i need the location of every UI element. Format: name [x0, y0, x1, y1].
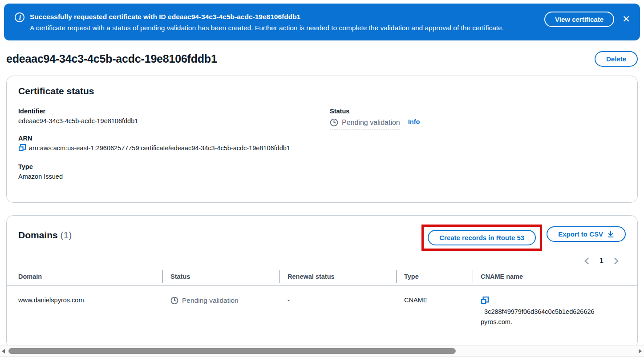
table-header-row: Domain Status Renewal status Type CNAME …: [7, 269, 638, 286]
status-label: Status: [330, 106, 626, 116]
cell-status: Pending validation: [162, 286, 279, 336]
copy-icon[interactable]: [18, 144, 26, 154]
domains-header: Domains (1) Create records in Route 53 E…: [7, 216, 637, 251]
identifier-value: edeaac94-34c3-4c5b-acdc-19e8106fddb1: [18, 116, 330, 126]
identifier-label: Identifier: [18, 106, 330, 116]
status-info-link[interactable]: Info: [408, 118, 420, 125]
cname-value-line1: _3c288f49979f06d364c0c5b1ed626626: [481, 307, 638, 317]
type-field: Type Amazon Issued: [18, 162, 330, 181]
column-header-domain[interactable]: Domain: [7, 269, 162, 286]
domains-actions: Create records in Route 53 Export to CSV: [421, 226, 626, 251]
horizontal-scrollbar[interactable]: [0, 345, 644, 357]
domains-table-scroll-area: Domain Status Renewal status Type CNAME …: [7, 269, 638, 335]
certificate-status-card: Certificate status Identifier edeaac94-3…: [6, 76, 638, 203]
domains-count: (1): [61, 230, 72, 240]
page-header: edeaac94-34c3-4c5b-acdc-19e8106fddb1 Del…: [0, 40, 644, 76]
pagination: 1: [7, 251, 637, 266]
clock-icon: [330, 118, 338, 127]
annotation-red-box: Create records in Route 53: [421, 225, 542, 251]
status-field: Status Pending validation Info: [330, 106, 626, 129]
cell-cname-name: _3c288f49979f06d364c0c5b1ed626626 pyros.…: [473, 286, 638, 336]
arn-field: ARN arn:aws:acm:us-east-1:296062577759:c…: [18, 133, 330, 154]
cell-renewal-status: -: [279, 286, 396, 336]
download-icon: [607, 231, 614, 238]
cell-type: CNAME: [396, 286, 473, 336]
view-certificate-button[interactable]: View certificate: [544, 12, 614, 27]
cname-value-line2: pyros.com.: [481, 317, 638, 327]
next-page-icon[interactable]: [613, 257, 620, 265]
column-header-status[interactable]: Status: [162, 269, 279, 286]
status-pending-value: Pending validation: [330, 118, 400, 129]
flashbar-description: A certificate request with a status of p…: [30, 22, 522, 33]
column-header-cname-name[interactable]: CNAME name: [473, 269, 638, 286]
success-flashbar: i Successfully requested certificate wit…: [4, 4, 640, 40]
type-value: Amazon Issued: [18, 172, 330, 181]
delete-button[interactable]: Delete: [595, 51, 638, 67]
flashbar-text: Successfully requested certificate with …: [30, 10, 537, 33]
domains-table: Domain Status Renewal status Type CNAME …: [7, 269, 638, 335]
previous-page-icon[interactable]: [583, 257, 590, 265]
certificate-status-heading: Certificate status: [18, 86, 626, 96]
domains-card: Domains (1) Create records in Route 53 E…: [6, 215, 638, 349]
column-header-type[interactable]: Type: [396, 269, 473, 286]
current-page-number[interactable]: 1: [599, 257, 603, 265]
export-csv-label: Export to CSV: [558, 230, 603, 238]
type-label: Type: [18, 162, 330, 172]
page-title: edeaac94-34c3-4c5b-acdc-19e8106fddb1: [6, 52, 217, 65]
copy-icon[interactable]: [481, 297, 638, 306]
status-pending-text: Pending validation: [342, 119, 400, 127]
certificate-status-grid: Identifier edeaac94-34c3-4c5b-acdc-19e81…: [18, 106, 626, 189]
clock-icon: [170, 297, 178, 305]
cell-domain: www.danielspyros.com: [7, 286, 162, 336]
certificate-status-left-column: Identifier edeaac94-34c3-4c5b-acdc-19e81…: [18, 106, 330, 189]
identifier-field: Identifier edeaac94-34c3-4c5b-acdc-19e81…: [18, 106, 330, 126]
scrollbar-right-arrow-icon[interactable]: [637, 348, 643, 354]
arn-value: arn:aws:acm:us-east-1:296062577759:certi…: [18, 143, 308, 154]
arn-label: ARN: [18, 133, 330, 143]
arn-text: arn:aws:acm:us-east-1:296062577759:certi…: [29, 144, 290, 152]
create-records-route53-button[interactable]: Create records in Route 53: [428, 230, 536, 245]
domains-heading-text: Domains: [18, 230, 58, 240]
info-circle-icon: i: [15, 12, 24, 22]
status-value-row: Pending validation Info: [330, 118, 420, 129]
close-icon[interactable]: ✕: [620, 13, 632, 25]
domains-heading: Domains (1): [18, 226, 72, 241]
export-to-csv-button[interactable]: Export to CSV: [547, 226, 626, 242]
certificate-status-right-column: Status Pending validation Info: [330, 106, 626, 189]
table-row: www.danielspyros.com Pending validation: [7, 286, 638, 336]
scrollbar-thumb[interactable]: [8, 348, 456, 354]
row-status-pending: Pending validation: [170, 297, 239, 305]
row-status-text: Pending validation: [182, 297, 239, 305]
scrollbar-left-arrow-icon[interactable]: [0, 348, 7, 354]
column-header-renewal-status[interactable]: Renewal status: [279, 269, 396, 286]
flashbar-title: Successfully requested certificate with …: [30, 11, 537, 22]
